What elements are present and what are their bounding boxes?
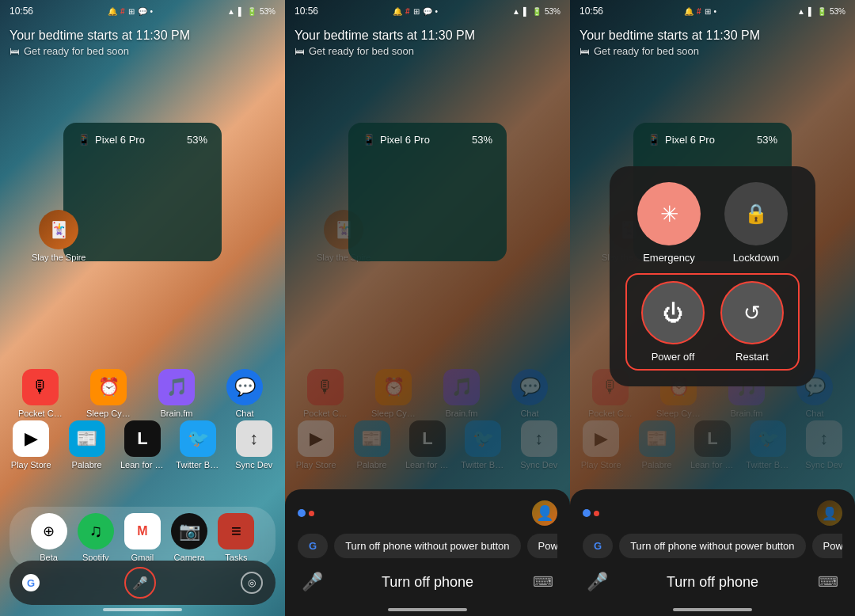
google-chip-g-3: G bbox=[594, 540, 602, 552]
assistant-header-2: 👤 bbox=[298, 500, 557, 526]
assistant-mic-3[interactable]: 🎤 bbox=[583, 568, 611, 596]
phone-icon: 📱 bbox=[78, 134, 90, 146]
chrome-icon: ⊕ bbox=[31, 513, 67, 549]
assistant-keyboard-2[interactable]: ⌨ bbox=[529, 568, 557, 596]
battery-widget-header-3: 📱 Pixel 6 Pro 53% bbox=[648, 134, 777, 146]
keyboard-icon-2: ⌨ bbox=[533, 573, 553, 591]
app-lean[interactable]: L Lean for Insta... bbox=[120, 420, 165, 470]
chip-power-3[interactable]: Power c... bbox=[812, 534, 842, 558]
dot-icon-2: • bbox=[435, 7, 439, 16]
emergency-button[interactable]: ✳ Emergency bbox=[629, 182, 709, 264]
battery-icon-1: 🔋 bbox=[247, 7, 256, 16]
dot-blue bbox=[298, 509, 306, 517]
app-row-icons-2: ▶ Play Store 📰 Palabre L Lean for Insta.… bbox=[3, 420, 282, 470]
google-chip-g: G bbox=[309, 540, 317, 552]
battery-widget-percent-1: 53% bbox=[187, 134, 207, 146]
assistant-mic-2[interactable]: 🎤 bbox=[298, 568, 326, 596]
emergency-circle: ✳ bbox=[637, 182, 701, 245]
app-row-2: ▶ Play Store 📰 Palabre L Lean for Insta.… bbox=[0, 420, 285, 485]
chip-power-text-3: Power c... bbox=[823, 540, 842, 552]
wifi-icon-2: ▲ bbox=[512, 7, 520, 16]
app-palabre[interactable]: 📰 Palabre bbox=[65, 420, 109, 470]
sync-label: Sync Dev bbox=[232, 460, 276, 470]
battery-widget-percent-3: 53% bbox=[757, 134, 777, 146]
chip-power-2[interactable]: Power c... bbox=[527, 534, 557, 558]
bed-icon: 🛏 bbox=[10, 45, 20, 57]
home-indicator-2[interactable] bbox=[388, 608, 467, 611]
restart-icon: ↺ bbox=[743, 301, 761, 325]
app-pocket-cast[interactable]: 🎙 Pocket Cast bbox=[18, 369, 63, 418]
mic-button-1[interactable]: 🎤 bbox=[124, 567, 156, 599]
brain-icon: 🎵 bbox=[158, 369, 195, 405]
power-menu-bottom-row: ⏻ Power off ↺ Restart bbox=[625, 273, 800, 371]
dock-spotify[interactable]: ♫ Spotify bbox=[74, 513, 118, 562]
lens-icon-1[interactable]: ◎ bbox=[241, 572, 263, 594]
search-bar-1[interactable]: G 🎤 ◎ bbox=[10, 561, 276, 605]
app-twitter[interactable]: 🐦 Twitter Beta bbox=[176, 420, 220, 470]
dot-icon-3: • bbox=[714, 7, 717, 16]
status-time-2: 10:56 bbox=[294, 6, 318, 17]
pocket-cast-icon: 🎙 bbox=[22, 369, 59, 405]
palabre-icon: 📰 bbox=[69, 420, 105, 457]
mic-symbol-2: 🎤 bbox=[302, 572, 323, 592]
status-bar-1: 10:56 🔔 # ⊞ 💬 • ▲ ▌ 🔋 53% bbox=[0, 0, 285, 22]
chat-icon-1: 💬 bbox=[226, 369, 263, 405]
slay-app-1[interactable]: 🃏 Slay the Spire bbox=[32, 210, 86, 262]
power-menu: ✳ Emergency 🔒 Lockdown ⏻ Power off bbox=[610, 166, 815, 386]
assistant-bar-3: 👤 G Turn off phone without power button … bbox=[570, 489, 855, 616]
dock-1: ⊕ Beta ♫ Spotify M Gmail 📷 Camera ≡ Task… bbox=[10, 507, 276, 568]
poweroff-button[interactable]: ⏻ Power off bbox=[633, 281, 712, 363]
mic-symbol-3: 🎤 bbox=[587, 572, 608, 592]
battery-percent-3: 53% bbox=[830, 7, 846, 16]
app-chat-1[interactable]: 💬 Chat bbox=[222, 369, 267, 418]
battery-widget-header-1: 📱 Pixel 6 Pro 53% bbox=[78, 134, 207, 146]
battery-widget-header-2: 📱 Pixel 6 Pro 53% bbox=[363, 134, 492, 146]
battery-widget-2: 📱 Pixel 6 Pro 53% bbox=[348, 123, 507, 261]
hash-icon: # bbox=[120, 7, 125, 16]
lockdown-icon: 🔒 bbox=[744, 203, 768, 225]
notification-title-2: Your bedtime starts at 11:30 PM bbox=[294, 29, 560, 43]
poweroff-icon: ⏻ bbox=[663, 301, 683, 325]
dock-camera[interactable]: 📷 Camera bbox=[167, 513, 211, 562]
messenger-icon: 💬 bbox=[138, 7, 147, 16]
lockdown-label: Lockdown bbox=[733, 252, 780, 264]
app-brain[interactable]: 🎵 Brain.fm bbox=[154, 369, 199, 418]
dock-gmail[interactable]: M Gmail bbox=[120, 513, 165, 562]
keyboard-icon-3: ⌨ bbox=[818, 573, 838, 591]
lockdown-button[interactable]: 🔒 Lockdown bbox=[716, 182, 796, 264]
grid-icon-3: ⊞ bbox=[705, 7, 711, 16]
wifi-icon-3: ▲ bbox=[797, 7, 805, 16]
app-sleep-cycle[interactable]: ⏰ Sleep Cycle bbox=[86, 369, 131, 418]
chip-turnoff-3[interactable]: Turn off phone without power button bbox=[619, 534, 805, 558]
restart-button[interactable]: ↺ Restart bbox=[712, 281, 792, 363]
notification-banner-1: Your bedtime starts at 11:30 PM 🛏 Get re… bbox=[10, 29, 276, 57]
assistant-dots-3 bbox=[583, 509, 599, 517]
assistant-dots-2 bbox=[298, 509, 314, 517]
app-sync[interactable]: ↕ Sync Dev bbox=[232, 420, 276, 470]
assistant-keyboard-3[interactable]: ⌨ bbox=[814, 568, 842, 596]
panel-1: 10:56 🔔 # ⊞ 💬 • ▲ ▌ 🔋 53% Your bedtime s… bbox=[0, 0, 285, 616]
app-play-store[interactable]: ▶ Play Store bbox=[9, 420, 53, 470]
poweroff-label: Power off bbox=[652, 351, 695, 363]
status-right-3: ▲ ▌ 🔋 53% bbox=[797, 7, 846, 16]
dot-red-3 bbox=[594, 511, 599, 516]
home-indicator-1[interactable] bbox=[103, 608, 182, 611]
lens-symbol-1: ◎ bbox=[248, 577, 256, 588]
hash-icon-3: # bbox=[697, 7, 701, 16]
status-right-1: ▲ ▌ 🔋 53% bbox=[227, 7, 276, 16]
dock-tasks[interactable]: ≡ Tasks bbox=[214, 513, 258, 562]
battery-widget-1: 📱 Pixel 6 Pro 53% bbox=[63, 123, 222, 261]
play-label: Play Store bbox=[9, 460, 53, 470]
chip-turnoff-2[interactable]: Turn off phone without power button bbox=[334, 534, 520, 558]
alarm-icon-3: 🔔 bbox=[684, 7, 694, 16]
notification-sub-1: 🛏 Get ready for bed soon bbox=[10, 45, 276, 57]
suggestion-chips-2: G Turn off phone without power button Po… bbox=[298, 534, 557, 558]
status-time-3: 10:56 bbox=[580, 6, 603, 17]
notification-title-3: Your bedtime starts at 11:30 PM bbox=[580, 29, 846, 43]
assistant-query-2: Turn off phone bbox=[326, 574, 529, 591]
pocket-cast-label: Pocket Cast bbox=[18, 409, 63, 418]
dock-chrome[interactable]: ⊕ Beta bbox=[27, 513, 71, 562]
home-indicator-3[interactable] bbox=[673, 608, 752, 611]
dot-blue-3 bbox=[583, 509, 591, 517]
restart-circle: ↺ bbox=[720, 281, 784, 344]
